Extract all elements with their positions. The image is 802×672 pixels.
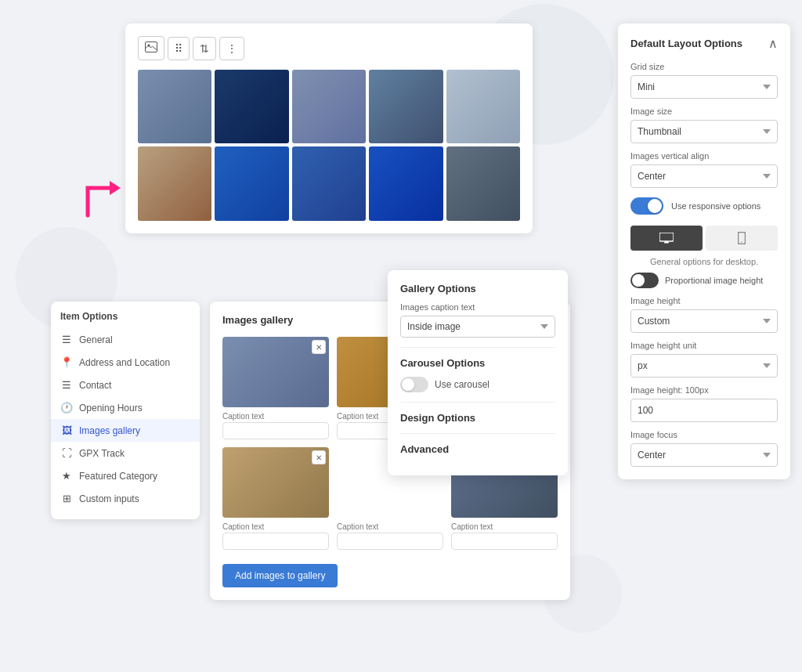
svg-rect-3 <box>659 233 674 241</box>
responsive-knob <box>648 199 662 213</box>
sidebar-item-gpx-label: GPX Track <box>79 448 125 459</box>
image-height-unit-label: Image height unit <box>630 341 778 350</box>
preview-img-3 <box>292 70 366 143</box>
preview-img-5 <box>446 70 520 143</box>
desktop-tab[interactable] <box>630 226 703 251</box>
caption-input-5[interactable] <box>337 533 443 550</box>
vertical-align-label: Images vertical align <box>630 151 778 161</box>
featured-icon: ★ <box>60 470 73 482</box>
preview-img-8 <box>292 146 366 220</box>
sidebar-item-custom[interactable]: ⊞ Custom inputs <box>51 487 200 510</box>
sidebar-item-gallery-label: Images gallery <box>79 425 140 436</box>
sidebar-item-hours-label: Opening Hours <box>79 403 143 414</box>
toolbar-grid-btn[interactable]: ⠿ <box>168 37 190 60</box>
layout-panel-header: Default Layout Options ∧ <box>630 36 778 51</box>
preview-img-1 <box>138 70 211 143</box>
caption-label-4: Caption text <box>222 522 329 531</box>
layout-options-panel: Default Layout Options ∧ Grid size Mini … <box>618 23 790 479</box>
preview-images-grid <box>138 70 520 221</box>
svg-rect-5 <box>665 241 668 242</box>
proportional-toggle[interactable] <box>630 273 659 288</box>
general-icon: ☰ <box>60 334 73 345</box>
preview-img-6 <box>138 146 211 220</box>
preview-img-9 <box>369 146 443 220</box>
use-carousel-toggle[interactable] <box>400 377 428 392</box>
sidebar-item-featured-label: Featured Category <box>79 471 157 482</box>
sidebar-item-address-label: Address and Location <box>79 357 170 368</box>
gpx-icon: ⛶ <box>60 447 73 459</box>
grid-size-label: Grid size <box>630 62 778 71</box>
sidebar-item-images-gallery[interactable]: 🖼 Images gallery <box>51 419 200 442</box>
image-height-px-label: Image height: 100px <box>630 385 778 395</box>
vertical-align-select[interactable]: Center Top Bottom <box>630 164 778 188</box>
sidebar-item-contact-label: Contact <box>79 380 111 391</box>
caption-label-5: Caption text <box>337 522 443 531</box>
custom-icon: ⊞ <box>60 493 73 504</box>
gallery-remove-1[interactable]: ✕ <box>312 340 326 354</box>
pink-arrow <box>64 153 143 234</box>
gallery-toolbar: ⠿ ⇅ ⋮ <box>138 36 520 60</box>
images-caption-select[interactable]: Inside image Below image None <box>400 316 555 338</box>
gallery-options-popup: Gallery Options Images caption text Insi… <box>388 270 568 475</box>
gallery-preview-panel: ⠿ ⇅ ⋮ <box>125 23 533 233</box>
preview-img-10 <box>446 146 520 220</box>
images-caption-label: Images caption text <box>400 302 555 312</box>
collapse-button[interactable]: ∧ <box>768 36 778 51</box>
advanced-title: Advanced <box>400 443 555 455</box>
use-carousel-label: Use carousel <box>435 379 490 390</box>
responsive-toggle[interactable] <box>630 197 663 215</box>
gallery-item-4: ✕ Caption text <box>222 447 329 550</box>
popup-divider-3 <box>400 433 555 434</box>
image-height-select[interactable]: Custom Auto Fixed <box>630 309 778 333</box>
sidebar-item-gpx[interactable]: ⛶ GPX Track <box>51 442 200 464</box>
sidebar-item-custom-label: Custom inputs <box>79 493 139 504</box>
preview-img-7 <box>215 146 288 220</box>
sidebar-item-address[interactable]: 📍 Address and Location <box>51 351 200 374</box>
responsive-label: Use responsive options <box>671 201 760 211</box>
svg-marker-2 <box>110 181 121 195</box>
item-options-panel: Item Options ☰ General 📍 Address and Loc… <box>51 302 200 519</box>
sidebar-item-general[interactable]: ☰ General <box>51 328 200 351</box>
device-tabs <box>630 226 778 251</box>
caption-input-6[interactable] <box>451 533 558 550</box>
design-options-title: Design Options <box>400 412 555 424</box>
sidebar-item-featured[interactable]: ★ Featured Category <box>51 464 200 487</box>
caption-input-1[interactable] <box>222 422 329 439</box>
contact-icon: ☰ <box>60 379 73 391</box>
preview-img-2 <box>215 70 288 143</box>
mobile-tab[interactable] <box>706 226 778 251</box>
image-height-unit-select[interactable]: px em rem % <box>630 354 778 378</box>
general-options-text: General options for desktop. <box>630 257 778 266</box>
carousel-options-title: Carousel Options <box>400 357 555 369</box>
image-size-select[interactable]: Thumbnail Medium Large Full <box>630 120 778 143</box>
image-focus-label: Image focus <box>630 430 778 439</box>
use-carousel-row: Use carousel <box>400 377 555 392</box>
caption-label-1: Caption text <box>222 412 329 421</box>
toolbar-more-btn[interactable]: ⋮ <box>219 37 244 60</box>
preview-img-4 <box>369 70 443 143</box>
gallery-options-title: Gallery Options <box>400 283 555 294</box>
image-height-label: Image height <box>630 296 778 305</box>
item-options-title: Item Options <box>51 311 200 328</box>
caption-input-4[interactable] <box>222 533 329 550</box>
gallery-icon: 🖼 <box>60 425 73 436</box>
grid-size-select[interactable]: Mini Small Medium Large <box>630 75 778 99</box>
add-images-button[interactable]: Add images to gallery <box>222 564 338 587</box>
toolbar-image-btn[interactable] <box>138 36 164 60</box>
hours-icon: 🕐 <box>60 402 73 414</box>
sidebar-item-general-label: General <box>79 334 113 345</box>
carousel-toggle-knob <box>402 378 414 391</box>
image-height-px-input[interactable] <box>630 399 778 422</box>
proportional-row: Proportional image height <box>630 273 778 288</box>
image-focus-select[interactable]: Center Top Bottom Left Right <box>630 443 778 467</box>
sidebar-item-opening-hours[interactable]: 🕐 Opening Hours <box>51 396 200 419</box>
gallery-item-1: ✕ Caption text <box>222 337 329 439</box>
sidebar-item-contact[interactable]: ☰ Contact <box>51 374 200 396</box>
image-size-label: Image size <box>630 107 778 116</box>
responsive-toggle-row: Use responsive options <box>630 197 778 215</box>
caption-label-6: Caption text <box>451 522 558 531</box>
svg-rect-4 <box>664 242 669 244</box>
toolbar-sort-btn[interactable]: ⇅ <box>193 37 216 60</box>
gallery-remove-4[interactable]: ✕ <box>312 450 326 464</box>
layout-panel-title: Default Layout Options <box>630 38 742 49</box>
